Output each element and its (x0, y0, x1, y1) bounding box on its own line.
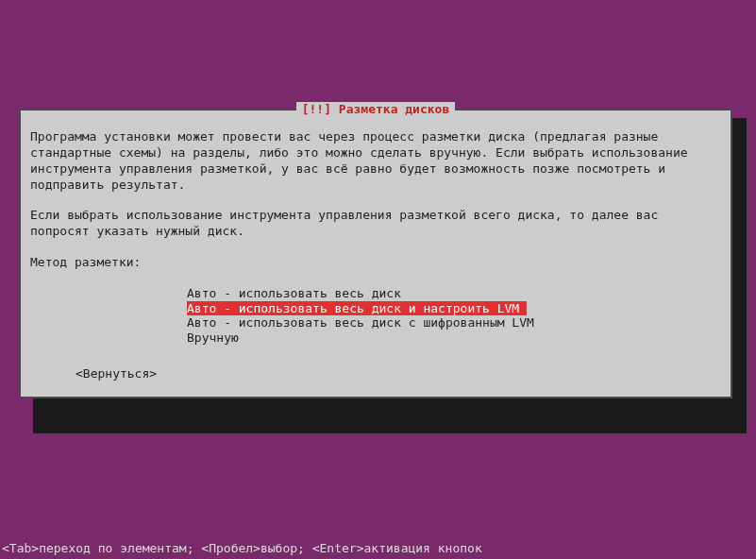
dialog-paragraph-1: Программа установки может провести вас ч… (30, 129, 721, 194)
dialog-title-wrap: [!!] Разметка дисков (30, 102, 721, 118)
status-bar: <Tab>переход по элементам; <Пробел>выбор… (2, 541, 482, 557)
menu-item-auto-encrypted-lvm[interactable]: Авто - использовать весь диск с шифрован… (187, 315, 534, 330)
back-button[interactable]: <Вернуться> (76, 366, 157, 382)
dialog-prompt: Метод разметки: (30, 255, 721, 271)
dialog-paragraph-2: Если выбрать использование инструмента у… (30, 208, 721, 240)
menu-item-auto-lvm[interactable]: Авто - использовать весь диск и настроит… (187, 301, 527, 316)
dialog-title: [!!] Разметка дисков (296, 102, 456, 116)
partition-dialog: [!!] Разметка дисков Программа установки… (19, 109, 732, 398)
method-menu: Авто - использовать весь диск Авто - исп… (187, 286, 721, 345)
menu-item-auto-whole-disk[interactable]: Авто - использовать весь диск (187, 286, 401, 301)
menu-item-manual[interactable]: Вручную (187, 330, 239, 346)
